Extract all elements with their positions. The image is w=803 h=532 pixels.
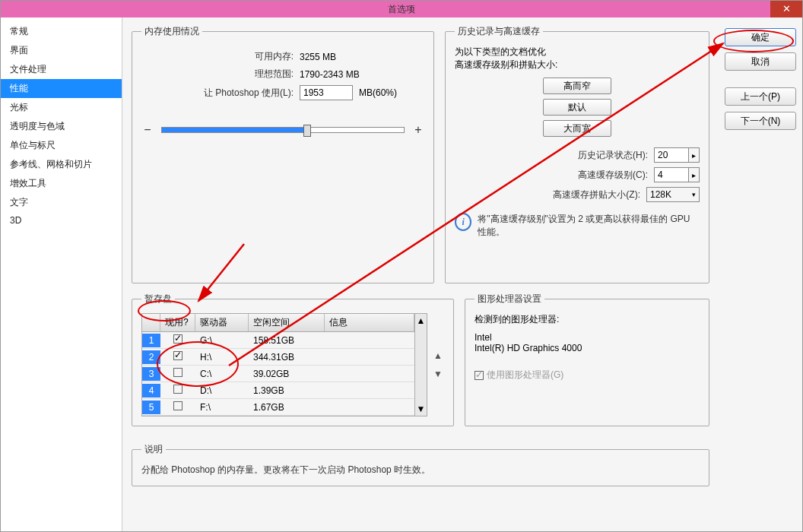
mem-let-input[interactable] [300, 85, 353, 100]
history-intro2: 高速缓存级别和拼贴大小: [455, 59, 700, 71]
btn-big-flat[interactable]: 大而宽 [543, 120, 611, 137]
memory-slider[interactable] [161, 127, 405, 133]
mem-ideal-label: 理想范围: [202, 68, 294, 81]
row-num: 3 [142, 367, 160, 381]
gpu-group: 图形处理器设置 检测到的图形处理器: Intel Intel(R) HD Gra… [465, 293, 709, 426]
next-button[interactable]: 下一个(N) [725, 112, 796, 130]
sidebar-item-plugins[interactable]: 增效工具 [1, 174, 122, 193]
slider-plus[interactable]: + [412, 123, 424, 137]
mem-available-value: 3255 MB [300, 52, 336, 62]
history-intro1: 为以下类型的文档优化 [455, 46, 700, 59]
memory-legend: 内存使用情况 [141, 25, 202, 38]
btn-tall-narrow[interactable]: 高而窄 [543, 78, 611, 94]
mem-let-label: 让 Photoshop 使用(L): [157, 87, 294, 100]
sidebar-item-transparency[interactable]: 透明度与色域 [1, 117, 122, 136]
table-row[interactable]: 2H:\344.31GB [142, 349, 414, 366]
checkbox[interactable] [173, 385, 182, 394]
row-info [325, 406, 414, 409]
col-num [142, 314, 160, 331]
description-group: 说明 分配给 Photoshop 的内存量。更改将在下一次启动 Photosho… [132, 443, 709, 486]
sidebar-item-performance[interactable]: 性能 [1, 79, 122, 98]
sidebar: 常规 界面 文件处理 性能 光标 透明度与色域 单位与标尺 参考线、网格和切片 … [1, 17, 122, 531]
gpu-model: Intel(R) HD Graphics 4000 [474, 343, 700, 353]
desc-text: 分配给 Photoshop 的内存量。更改将在下一次启动 Photoshop 时… [141, 464, 700, 477]
row-info [325, 389, 414, 392]
btn-default[interactable]: 默认 [543, 99, 611, 116]
ok-button[interactable]: 确定 [725, 28, 796, 46]
col-drive[interactable]: 驱动器 [195, 314, 249, 331]
table-row[interactable]: 3C:\39.02GB [142, 366, 414, 382]
checkbox[interactable] [173, 368, 182, 377]
info-icon: i [455, 213, 471, 231]
sidebar-item-interface[interactable]: 界面 [1, 41, 122, 60]
row-active[interactable] [160, 400, 195, 414]
table-row[interactable]: 1G:\158.51GB [142, 332, 414, 349]
checkbox[interactable] [173, 334, 182, 344]
row-drive: H:\ [195, 350, 249, 364]
cancel-button[interactable]: 取消 [725, 52, 796, 71]
move-down-icon[interactable]: ▼ [433, 369, 443, 379]
scratch-table: 现用? 驱动器 空闲空间 信息 1G:\158.51GB2H:\344.31GB… [141, 313, 415, 416]
row-drive: D:\ [195, 384, 249, 397]
desc-legend: 说明 [141, 443, 166, 456]
row-active[interactable] [160, 366, 195, 381]
cache-tile-select[interactable]: 128K ▾ [646, 187, 700, 202]
cache-tile-value: 128K [650, 189, 671, 200]
history-legend: 历史记录与高速缓存 [455, 25, 543, 38]
history-info-text: 将"高速缓存级别"设置为 2 或更高以获得最佳的 GPU 性能。 [478, 213, 700, 239]
slider-thumb[interactable] [303, 125, 311, 137]
row-num: 4 [142, 384, 160, 397]
table-row[interactable]: 4D:\1.39GB [142, 382, 414, 399]
slider-minus[interactable]: − [141, 123, 154, 137]
move-up-icon[interactable]: ▲ [433, 350, 443, 361]
row-drive: G:\ [195, 334, 249, 347]
col-active[interactable]: 现用? [160, 314, 195, 331]
col-info[interactable]: 信息 [325, 314, 414, 331]
gpu-vendor: Intel [474, 332, 700, 343]
table-scrollbar[interactable]: ▲▼ [415, 313, 427, 416]
prev-button[interactable]: 上一个(P) [725, 87, 796, 106]
close-button[interactable]: ✕ [770, 1, 802, 17]
titlebar: 首选项 ✕ [1, 1, 802, 17]
sidebar-item-type[interactable]: 文字 [1, 193, 122, 212]
cache-tile-label: 高速缓存拼贴大小(Z): [553, 188, 640, 201]
row-num: 1 [142, 334, 160, 347]
history-states-input[interactable] [654, 147, 689, 163]
use-gpu-checkbox[interactable] [474, 371, 484, 380]
stepper-icon[interactable]: ▸ [689, 167, 700, 182]
row-num: 2 [142, 350, 160, 364]
row-num: 5 [142, 401, 160, 414]
sidebar-item-cursors[interactable]: 光标 [1, 98, 122, 117]
table-row[interactable]: 5F:\1.67GB [142, 399, 414, 416]
sidebar-item-units[interactable]: 单位与标尺 [1, 136, 122, 155]
checkbox[interactable] [173, 351, 182, 360]
row-active[interactable] [160, 333, 195, 347]
scratch-legend: 暂存盘 [141, 293, 175, 306]
row-drive: C:\ [195, 367, 249, 381]
gpu-legend: 图形处理器设置 [474, 293, 544, 306]
mem-let-unit: MB(60%) [359, 87, 397, 98]
sidebar-item-guides[interactable]: 参考线、网格和切片 [1, 155, 122, 174]
memory-group: 内存使用情况 可用内存: 3255 MB 理想范围: 1790-2343 MB … [132, 25, 434, 283]
row-active[interactable] [160, 383, 195, 397]
dialog-title: 首选项 [388, 3, 415, 16]
row-free: 1.39GB [249, 384, 325, 397]
col-free[interactable]: 空闲空间 [249, 314, 325, 331]
stepper-icon[interactable]: ▸ [689, 147, 700, 163]
row-active[interactable] [160, 350, 195, 364]
row-free: 158.51GB [249, 334, 325, 347]
sidebar-item-3d[interactable]: 3D [1, 212, 122, 229]
cache-levels-input[interactable] [654, 167, 689, 182]
row-drive: F:\ [195, 401, 249, 414]
history-states-label: 历史记录状态(H): [578, 149, 648, 162]
sidebar-item-general[interactable]: 常规 [1, 22, 122, 41]
row-free: 39.02GB [249, 367, 325, 381]
row-info [325, 339, 414, 342]
sidebar-item-filehandling[interactable]: 文件处理 [1, 60, 122, 79]
chevron-down-icon: ▾ [692, 191, 696, 198]
checkbox[interactable] [173, 401, 182, 410]
row-free: 1.67GB [249, 401, 325, 414]
mem-available-label: 可用内存: [202, 50, 294, 63]
mem-ideal-value: 1790-2343 MB [300, 69, 360, 80]
row-info [325, 356, 414, 359]
